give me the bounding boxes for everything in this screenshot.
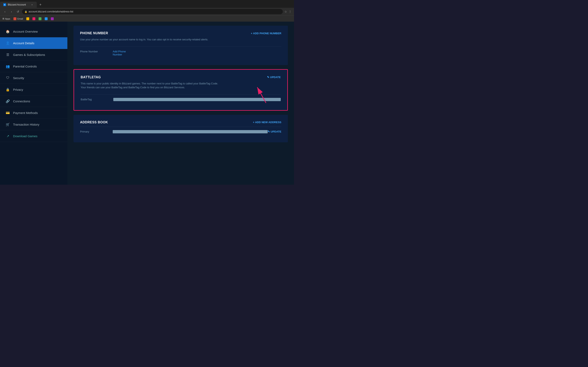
address-value [113,130,268,133]
cart-icon: 🛒 [6,122,10,126]
phone-number-section: PHONE NUMBER + ADD PHONE NUMBER Use your… [73,26,288,65]
tab-title: Blizzard Account [8,3,26,6]
external-link-icon: ↗ [6,134,10,138]
add-phone-link[interactable]: Add Phone Number [113,50,281,56]
sidebar-item-transaction-history[interactable]: 🛒 Transaction History [0,119,67,130]
list-icon: ☰ [6,53,10,57]
forward-button[interactable]: › [9,9,14,14]
battletag-description: This name is your public identity in Bli… [81,82,281,90]
gmail-icon [13,17,16,20]
sidebar-item-security[interactable]: 🛡 Security [0,72,67,84]
bookmark-4[interactable] [33,17,35,20]
star-icon[interactable]: ☆ [285,10,287,13]
bookmark-favicon-5 [39,17,42,20]
add-phone-number-button[interactable]: + ADD PHONE NUMBER [251,32,281,35]
battletag-value [113,98,281,101]
bookmarks-bar: ⊞ Apps Gmail [0,16,294,22]
sidebar-item-account-details[interactable]: 👤 Account Details [0,37,67,49]
menu-icon[interactable]: ⋮ [289,10,292,13]
app-container: 🏠 Account Overview 👤 Account Details ☰ G… [0,22,294,185]
bookmark-favicon-3 [26,17,29,20]
sidebar-label-connections: Connections [13,100,30,103]
address-book-section: ADDRESS BOOK + ADD NEW ADDRESS Primary ✎… [73,115,288,142]
apps-label: Apps [5,17,10,20]
address-update-button[interactable]: ✎ UPDATE [268,130,281,133]
main-content: PHONE NUMBER + ADD PHONE NUMBER Use your… [67,22,294,185]
sidebar-label-payment-methods: Payment Methods [13,111,38,115]
battletag-field-label: BattleTag [81,98,113,101]
grid-icon: ⊞ [2,17,4,20]
add-new-address-button[interactable]: + ADD NEW ADDRESS [253,121,281,124]
credit-card-icon: 💳 [6,111,10,115]
battletag-field-row: BattleTag [81,94,281,104]
apps-bookmark[interactable]: ⊞ Apps [2,17,10,20]
user-icon: 👤 [6,41,10,45]
bookmark-favicon-7 [51,17,54,20]
sidebar-label-download-games: Download Games [13,134,37,138]
sidebar-label-account-overview: Account Overview [13,30,38,33]
phone-field-row: Phone Number Add Phone Number [80,47,281,59]
sidebar-item-connections[interactable]: 🔗 Connections [0,95,67,107]
new-tab-button[interactable]: + [38,2,43,8]
tab-favicon: B [3,3,6,6]
phone-field-label: Phone Number [80,50,113,53]
battletag-title: BATTLETAG [81,75,101,79]
address-section-header: ADDRESS BOOK + ADD NEW ADDRESS [80,120,281,124]
active-tab[interactable]: B Blizzard Account × [0,2,37,8]
sidebar-label-transaction-history: Transaction History [13,123,39,126]
sidebar-item-account-overview[interactable]: 🏠 Account Overview [0,26,67,37]
phone-section-header: PHONE NUMBER + ADD PHONE NUMBER [80,31,281,35]
bookmark-6[interactable] [45,17,48,20]
sidebar-item-privacy[interactable]: 🔒 Privacy [0,84,67,95]
address-field-row: Primary ✎ UPDATE [80,127,281,137]
tab-close-button[interactable]: × [31,3,34,6]
sidebar-item-games-subscriptions[interactable]: ☰ Games & Subscriptions [0,49,67,60]
address-bar-row: ‹ › ↺ 🔒 account.blizzard.com/details#add… [0,8,294,16]
sidebar-label-privacy: Privacy [13,88,23,91]
url-text: account.blizzard.com/details#address-lis… [29,10,73,13]
sidebar-item-parental-controls[interactable]: 👥 Parental Controls [0,60,67,72]
link-icon: 🔗 [6,99,10,103]
bookmark-favicon-4 [33,17,35,20]
battletag-section-header: BATTLETAG ✎ UPDATE [81,75,281,79]
gmail-label: Gmail [17,17,23,20]
address-field-label: Primary [80,130,113,133]
lock-nav-icon: 🔒 [6,87,10,92]
back-button[interactable]: ‹ [2,9,7,14]
home-icon: 🏠 [6,29,10,33]
address-bar[interactable]: 🔒 account.blizzard.com/details#address-l… [22,9,283,14]
toolbar-icons: ☆ ⋮ [285,10,292,13]
sidebar: 🏠 Account Overview 👤 Account Details ☰ G… [0,22,67,185]
shield-icon: 🛡 [6,76,10,80]
bookmark-7[interactable] [51,17,54,20]
sidebar-label-games-subscriptions: Games & Subscriptions [13,53,45,57]
battletag-section: BATTLETAG ✎ UPDATE This name is your pub… [73,69,288,111]
sidebar-item-payment-methods[interactable]: 💳 Payment Methods [0,107,67,119]
sidebar-label-account-details: Account Details [13,42,34,45]
sidebar-label-security: Security [13,76,24,80]
browser-chrome: B Blizzard Account × + ‹ › ↺ 🔒 account.b… [0,0,294,22]
phone-section-description: Use your phone number as your account na… [80,38,281,42]
bookmark-5[interactable] [39,17,42,20]
phone-section-title: PHONE NUMBER [80,31,108,35]
parental-icon: 👥 [6,64,10,68]
sidebar-label-parental-controls: Parental Controls [13,65,37,68]
bookmark-favicon-6 [45,17,48,20]
bookmark-3[interactable] [26,17,29,20]
reload-button[interactable]: ↺ [16,9,20,14]
battletag-update-button[interactable]: ✎ UPDATE [267,76,281,79]
gmail-bookmark[interactable]: Gmail [13,17,23,20]
tab-bar: B Blizzard Account × + [0,0,294,8]
lock-icon: 🔒 [25,10,27,13]
sidebar-item-download-games[interactable]: ↗ Download Games [0,130,67,142]
address-section-title: ADDRESS BOOK [80,120,108,124]
